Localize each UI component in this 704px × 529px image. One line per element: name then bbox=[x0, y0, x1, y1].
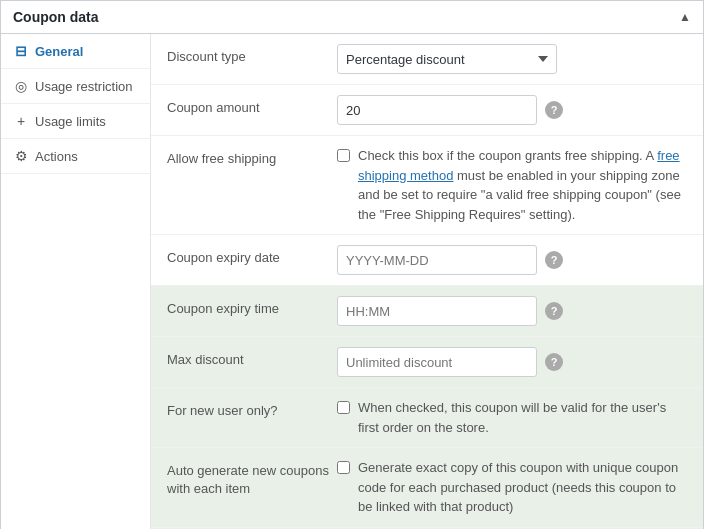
auto-generate-checkbox[interactable] bbox=[337, 461, 350, 474]
expiry-time-field: ? bbox=[337, 296, 687, 326]
max-discount-help-icon[interactable]: ? bbox=[545, 353, 563, 371]
sidebar-item-general[interactable]: ⊟ General bbox=[1, 34, 150, 69]
auto-generate-description: Generate exact copy of this coupon with … bbox=[358, 458, 687, 517]
new-user-description: When checked, this coupon will be valid … bbox=[358, 398, 687, 437]
auto-generate-field: Generate exact copy of this coupon with … bbox=[337, 458, 687, 517]
auto-generate-checkbox-row: Generate exact copy of this coupon with … bbox=[337, 458, 687, 517]
new-user-checkbox-row: When checked, this coupon will be valid … bbox=[337, 398, 687, 437]
free-shipping-description: Check this box if the coupon grants free… bbox=[358, 146, 687, 224]
panel-body: ⊟ General ◎ Usage restriction + Usage li… bbox=[1, 34, 703, 529]
discount-type-select[interactable]: Percentage discount Fixed cart discount … bbox=[337, 44, 557, 74]
new-user-field: When checked, this coupon will be valid … bbox=[337, 398, 687, 437]
max-discount-row: Max discount ? bbox=[151, 337, 703, 388]
coupon-amount-row: Coupon amount ? bbox=[151, 85, 703, 136]
expiry-time-row: Coupon expiry time ? bbox=[151, 286, 703, 337]
discount-type-field: Percentage discount Fixed cart discount … bbox=[337, 44, 687, 74]
expiry-time-label: Coupon expiry time bbox=[167, 296, 337, 318]
discount-type-label: Discount type bbox=[167, 44, 337, 66]
expiry-date-field: ? bbox=[337, 245, 687, 275]
discount-type-row: Discount type Percentage discount Fixed … bbox=[151, 34, 703, 85]
max-discount-label: Max discount bbox=[167, 347, 337, 369]
sidebar-label-usage-limits: Usage limits bbox=[35, 114, 106, 129]
free-shipping-checkbox-row: Check this box if the coupon grants free… bbox=[337, 146, 687, 224]
max-discount-input[interactable] bbox=[337, 347, 537, 377]
new-user-label: For new user only? bbox=[167, 398, 337, 420]
coupon-amount-label: Coupon amount bbox=[167, 95, 337, 117]
sidebar-item-usage-limits[interactable]: + Usage limits bbox=[1, 104, 150, 139]
panel-header: Coupon data ▲ bbox=[1, 1, 703, 34]
coupon-amount-field: ? bbox=[337, 95, 687, 125]
sidebar-item-usage-restriction[interactable]: ◎ Usage restriction bbox=[1, 69, 150, 104]
sidebar-item-actions[interactable]: ⚙ Actions bbox=[1, 139, 150, 174]
free-shipping-field: Check this box if the coupon grants free… bbox=[337, 146, 687, 224]
collapse-icon[interactable]: ▲ bbox=[679, 10, 691, 24]
coupon-amount-input[interactable] bbox=[337, 95, 537, 125]
free-shipping-row: Allow free shipping Check this box if th… bbox=[151, 136, 703, 235]
expiry-date-label: Coupon expiry date bbox=[167, 245, 337, 267]
coupon-panel: Coupon data ▲ ⊟ General ◎ Usage restrict… bbox=[0, 0, 704, 529]
sidebar-label-actions: Actions bbox=[35, 149, 78, 164]
sidebar-label-general: General bbox=[35, 44, 83, 59]
coupon-amount-help-icon[interactable]: ? bbox=[545, 101, 563, 119]
main-content: Discount type Percentage discount Fixed … bbox=[151, 34, 703, 529]
expiry-date-input[interactable] bbox=[337, 245, 537, 275]
max-discount-field: ? bbox=[337, 347, 687, 377]
usage-limits-icon: + bbox=[13, 113, 29, 129]
auto-generate-label: Auto generate new coupons with each item bbox=[167, 458, 337, 498]
free-shipping-label: Allow free shipping bbox=[167, 146, 337, 168]
new-user-row: For new user only? When checked, this co… bbox=[151, 388, 703, 448]
sidebar: ⊟ General ◎ Usage restriction + Usage li… bbox=[1, 34, 151, 529]
expiry-date-row: Coupon expiry date ? bbox=[151, 235, 703, 286]
auto-generate-row: Auto generate new coupons with each item… bbox=[151, 448, 703, 528]
expiry-time-help-icon[interactable]: ? bbox=[545, 302, 563, 320]
panel-title: Coupon data bbox=[13, 9, 99, 25]
expiry-date-help-icon[interactable]: ? bbox=[545, 251, 563, 269]
new-user-checkbox[interactable] bbox=[337, 401, 350, 414]
actions-icon: ⚙ bbox=[13, 148, 29, 164]
expiry-time-input[interactable] bbox=[337, 296, 537, 326]
usage-restriction-icon: ◎ bbox=[13, 78, 29, 94]
general-icon: ⊟ bbox=[13, 43, 29, 59]
free-shipping-checkbox[interactable] bbox=[337, 149, 350, 162]
sidebar-label-usage-restriction: Usage restriction bbox=[35, 79, 133, 94]
